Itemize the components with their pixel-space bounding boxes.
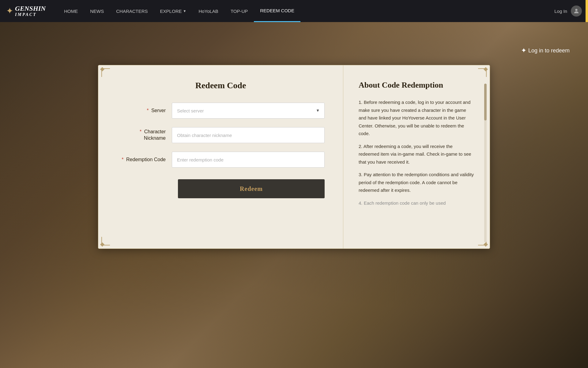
logo-star: ✦ — [6, 6, 13, 16]
form-title: Redeem Code — [117, 81, 325, 90]
navigation: ✦ GENSHIN IMPACT HOME NEWS CHARACTERS EX… — [0, 0, 588, 22]
nav-explore[interactable]: EXPLORE ▼ — [154, 0, 193, 22]
info-content: 1. Before redeeming a code, log in to yo… — [359, 98, 474, 207]
nav-hoyolab[interactable]: HoYoLAB — [192, 0, 224, 22]
redemption-code-row: * Redemption Code — [117, 152, 325, 168]
server-label: * Server — [117, 108, 172, 114]
right-panel: About Code Redemption 1. Before redeemin… — [343, 65, 490, 248]
redeem-card: Redeem Code * Server Select server Ameri… — [98, 65, 490, 249]
svg-point-0 — [575, 9, 577, 11]
server-select[interactable]: Select server America Europe Asia TW, HK… — [172, 103, 325, 119]
nickname-required: * — [140, 129, 141, 134]
logo[interactable]: ✦ GENSHIN IMPACT — [6, 5, 46, 17]
redeem-button-row: Redeem — [117, 176, 325, 198]
server-select-wrapper: Select server America Europe Asia TW, HK… — [172, 103, 325, 119]
nav-home[interactable]: HOME — [58, 0, 84, 22]
left-panel: Redeem Code * Server Select server Ameri… — [98, 65, 343, 248]
redemption-code-label: * Redemption Code — [117, 157, 172, 163]
info-title: About Code Redemption — [359, 81, 474, 90]
scrollbar-track[interactable] — [484, 84, 487, 242]
redemption-code-input[interactable] — [172, 152, 325, 168]
login-star-icon: ✦ — [521, 47, 526, 55]
character-nickname-label: * Character Nickname — [117, 129, 172, 142]
info-item-4: 4. Each redemption code can only be used — [359, 199, 474, 207]
nav-redeemcode[interactable]: REDEEM CODE — [254, 0, 300, 22]
character-nickname-input[interactable] — [172, 127, 325, 143]
server-required: * — [147, 108, 149, 113]
character-nickname-wrapper — [172, 127, 325, 143]
explore-arrow: ▼ — [183, 9, 186, 13]
accent-bar — [586, 0, 588, 22]
login-button[interactable]: Log In — [554, 9, 567, 14]
nav-right: Log In — [554, 6, 582, 17]
server-row: * Server Select server America Europe As… — [117, 103, 325, 119]
login-to-redeem-link[interactable]: ✦ Log in to redeem — [521, 47, 570, 55]
logo-line2: IMPACT — [15, 12, 46, 17]
user-avatar[interactable] — [571, 6, 582, 17]
info-item-2: 2. After redeeming a code, you will rece… — [359, 142, 474, 166]
info-item-3: 3. Pay attention to the redemption condi… — [359, 171, 474, 194]
nav-topup[interactable]: TOP-UP — [224, 0, 254, 22]
hero-background: ✦ Log in to redeem Redeem Code * Server — [0, 22, 588, 368]
scrollbar-thumb[interactable] — [484, 84, 487, 120]
code-required: * — [122, 157, 123, 162]
nav-characters[interactable]: CHARACTERS — [110, 0, 154, 22]
character-nickname-row: * Character Nickname — [117, 127, 325, 143]
nav-links: HOME NEWS CHARACTERS EXPLORE ▼ HoYoLAB T… — [58, 0, 554, 22]
redemption-code-wrapper — [172, 152, 325, 168]
logo-line1: GENSHIN — [15, 5, 46, 12]
redeem-button[interactable]: Redeem — [178, 179, 325, 198]
info-item-1: 1. Before redeeming a code, log in to yo… — [359, 98, 474, 138]
nav-news[interactable]: NEWS — [84, 0, 110, 22]
